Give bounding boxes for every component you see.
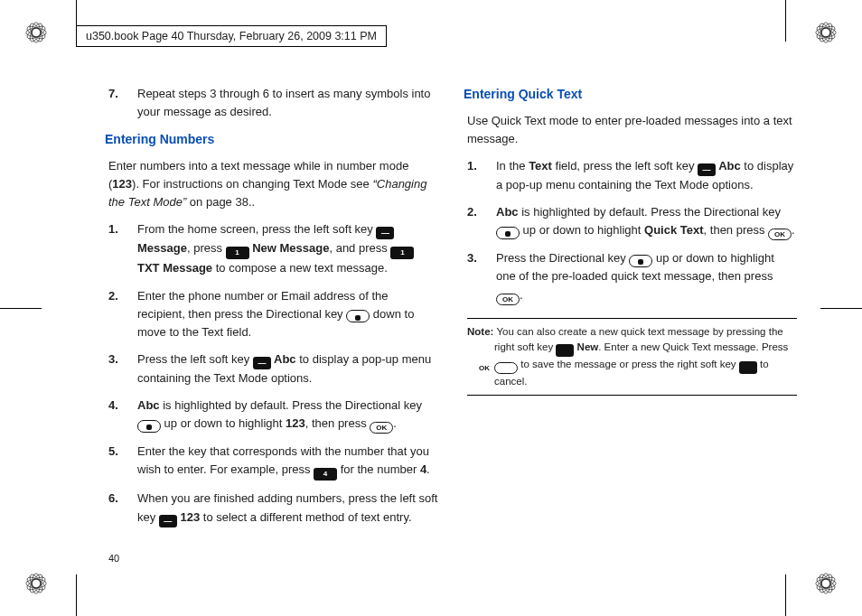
note-block: Note: You can also create a new quick te… [467,318,797,397]
body-text: Message [137,241,187,255]
body-text: on page 38.. [186,195,255,209]
left-soft-key-icon [159,515,177,527]
body-text: Enter numbers into a text message while … [108,157,438,211]
body-text: . Enter a new Quick Text message. Press [598,341,788,352]
body-text: Abc [496,205,519,219]
body-text: 123 [177,510,200,524]
list-item: Abc is highlighted by default. Press the… [108,397,438,434]
body-text: up or down to highlight [520,223,644,237]
list-item: Repeat steps 3 through 6 to insert as ma… [108,85,438,121]
crop-mark [785,574,786,616]
body-text: to select a different method of text ent… [200,510,411,524]
registration-rosette-icon [813,571,839,596]
directional-key-icon [137,420,161,433]
body-text: field, press the left soft key [552,159,698,173]
body-text: Press the Directional key [496,251,629,265]
keypad-4-icon: 4 [314,468,337,481]
body-text: Use Quick Text mode to enter pre-loaded … [467,112,797,148]
body-text: Text [529,159,552,173]
body-text: TXT Message [137,261,212,275]
list-item: Enter the key that corresponds with the … [108,443,438,481]
list-item: In the Text field, press the left soft k… [467,157,797,194]
body-text: . [393,416,397,430]
note-label: Note: [467,326,493,337]
body-text: , then press [305,416,370,430]
body-text: , and press [329,241,390,255]
left-column: Repeat steps 3 through 6 to insert as ma… [108,85,438,544]
body-text: . [520,288,523,302]
heading-entering-numbers: Entering Numbers [105,130,438,150]
left-soft-key-icon [698,163,716,176]
body-text: to compose a new text message. [212,261,388,275]
right-soft-key-icon [739,361,757,374]
body-text: Abc [137,398,160,412]
registration-rosette-icon [23,571,49,596]
body-text: 123 [286,416,305,430]
body-text: 123 [112,177,132,191]
heading-entering-quick-text: Entering Quick Text [464,85,797,105]
keypad-1-icon: 1 [226,247,249,259]
body-text: New Message [249,241,330,255]
list-item: When you are finished adding numbers, pr… [108,490,438,527]
body-text: ). For instructions on changing Text Mod… [132,177,372,191]
left-soft-key-icon [376,227,394,239]
body-text: to save the message or press the right s… [518,359,739,369]
page-content: Repeat steps 3 through 6 to insert as ma… [108,85,797,544]
body-text: . [792,223,795,237]
ok-key-icon: OK [768,229,792,240]
right-soft-key-icon [556,344,574,357]
body-text: for the number [337,462,420,476]
registration-rosette-icon [813,20,839,45]
directional-key-icon [629,255,652,267]
registration-rosette-icon [23,20,49,45]
body-text: . [426,462,430,476]
body-text: New [574,341,598,352]
left-soft-key-icon [253,357,271,369]
body-text: Abc [716,159,741,173]
list-item: From the home screen, press the left sof… [108,220,438,277]
directional-key-icon [346,310,370,322]
body-text: is highlighted by default. Press the Dir… [519,205,782,219]
body-text: Abc [271,352,296,366]
page-crop-header: u350.book Page 40 Thursday, February 26,… [76,25,387,47]
body-text: Press the left soft key [137,352,253,366]
list-item: Abc is highlighted by default. Press the… [467,203,797,240]
body-text: is highlighted by default. Press the Dir… [160,398,423,412]
body-text: up or down to highlight [161,416,286,430]
list-item: Enter the phone number or Email address … [108,287,438,341]
body-text: , press [187,241,226,255]
directional-key-icon [496,227,520,239]
body-text: Repeat steps 3 through 6 to insert as ma… [137,87,430,118]
keypad-1-icon: 1 [390,247,414,259]
ok-key-icon: OK [494,362,518,374]
body-text: Quick Text [644,223,704,237]
ok-key-icon: OK [370,422,393,434]
crop-mark [820,308,862,309]
body-text: , then press [704,223,769,237]
list-item: Press the Directional key up or down to … [467,249,797,304]
right-column: Entering Quick Text Use Quick Text mode … [467,85,797,544]
body-text: In the [496,159,529,173]
crop-mark [76,574,77,616]
crop-mark [0,308,42,309]
ok-key-icon: OK [496,294,520,305]
body-text: From the home screen, press the left sof… [137,222,376,236]
list-item: Press the left soft key Abc to display a… [108,350,438,387]
page-number: 40 [108,553,119,564]
